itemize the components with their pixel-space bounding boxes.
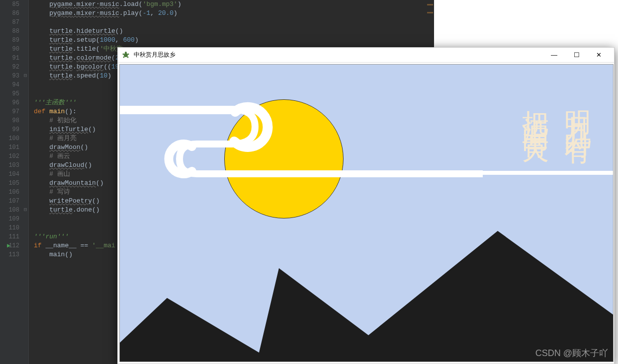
window-titlebar[interactable]: 中秋赏月思故乡 — ☐ ✕ bbox=[118, 48, 614, 63]
turtle-window: 中秋赏月思故乡 — ☐ ✕ 明月几时有 把酒问青天 bbox=[117, 47, 615, 364]
watermark-text: CSDN @顾木子吖 bbox=[535, 347, 608, 359]
svg-point-4 bbox=[123, 56, 125, 58]
svg-point-2 bbox=[123, 53, 124, 55]
turtle-canvas: 明月几时有 把酒问青天 bbox=[119, 64, 614, 362]
poetry-line-1: 明月几时有 bbox=[559, 89, 596, 124]
svg-point-1 bbox=[125, 52, 127, 54]
minimize-button[interactable]: — bbox=[543, 48, 565, 62]
poetry-line-2: 把酒问青天 bbox=[517, 89, 553, 124]
line-gutter: 8586878889909192939495969798991001011021… bbox=[0, 0, 29, 364]
mountain-drawing bbox=[120, 231, 613, 362]
svg-point-3 bbox=[128, 53, 129, 55]
svg-point-0 bbox=[124, 53, 128, 57]
svg-point-5 bbox=[127, 56, 129, 58]
window-title: 中秋赏月思故乡 bbox=[134, 51, 543, 59]
maximize-button[interactable]: ☐ bbox=[565, 48, 588, 62]
turtle-icon bbox=[122, 51, 130, 59]
window-controls: — ☐ ✕ bbox=[543, 48, 610, 62]
close-button[interactable]: ✕ bbox=[588, 48, 610, 62]
